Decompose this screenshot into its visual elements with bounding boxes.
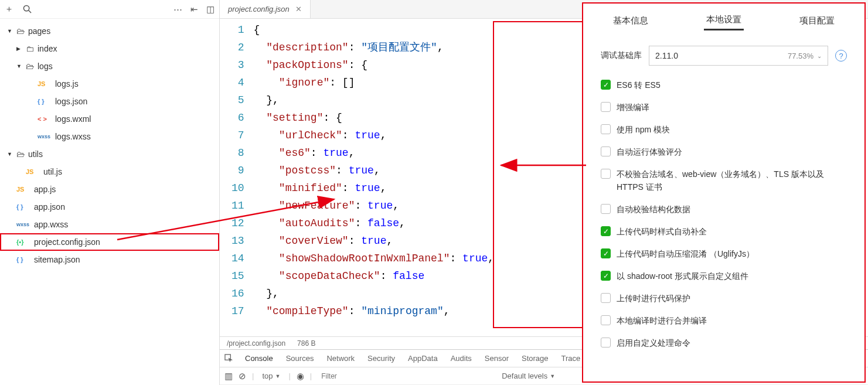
split-icon[interactable]: ◫ <box>206 4 215 15</box>
status-filepath: /project.config.json <box>227 339 285 347</box>
folder-item[interactable]: ▶🗀index <box>0 40 219 57</box>
toggle-sidebar-icon[interactable]: ▥ <box>224 371 233 381</box>
checkbox[interactable]: ✓ <box>601 80 611 90</box>
checkbox[interactable] <box>601 102 611 112</box>
file-item[interactable]: {•}project.config.json <box>0 233 219 251</box>
file-type-icon: { } <box>16 256 30 263</box>
setting-check-row: 启用自定义处理命令 <box>601 336 847 349</box>
file-item[interactable]: JSutil.js <box>0 163 219 180</box>
file-tree[interactable]: ▼🗁pages▶🗀index▼🗁logsJSlogs.js{ }logs.jso… <box>0 19 219 385</box>
file-item[interactable]: { }sitemap.json <box>0 251 219 268</box>
checkbox[interactable]: ✓ <box>601 271 611 281</box>
settings-tabs: 基本信息本地设置项目配置 <box>584 4 863 38</box>
context-dropdown[interactable]: top ▼ <box>260 370 282 381</box>
file-type-icon: wxss <box>38 134 52 139</box>
check-label: 不校验合法域名、web-view（业务域名）、TLS 版本以及 HTTPS 证书 <box>617 168 847 193</box>
checkbox[interactable] <box>601 169 611 179</box>
file-item[interactable]: { }logs.json <box>0 93 219 110</box>
editor-tab[interactable]: project.config.json ✕ <box>220 0 311 18</box>
tree-label: index <box>38 44 57 53</box>
check-label: 启用自定义处理命令 <box>617 336 690 349</box>
search-icon[interactable] <box>23 5 32 13</box>
check-label: 自动校验结构化数据 <box>617 203 690 216</box>
file-item[interactable]: JSlogs.js <box>0 75 219 93</box>
line-gutter: 1234567891011121314151617 <box>220 19 254 336</box>
status-filesize: 786 B <box>297 339 315 347</box>
eye-icon[interactable]: ◉ <box>297 371 304 381</box>
check-label: 增强编译 <box>617 101 649 114</box>
check-label: 上传代码时自动压缩混淆 （UglifyJs） <box>617 247 754 260</box>
devtools-tab-audits[interactable]: Audits <box>451 354 472 363</box>
setting-check-row: 本地编译时进行合并编译 <box>601 314 847 327</box>
devtools-tab-network[interactable]: Network <box>326 354 355 363</box>
chevron-icon: ▼ <box>7 151 13 157</box>
tree-label: app.json <box>34 202 65 212</box>
checkbox[interactable] <box>601 293 611 303</box>
check-label: 自动运行体验评分 <box>617 145 682 158</box>
add-file-icon[interactable]: ＋ <box>5 4 13 15</box>
tree-label: logs.js <box>55 79 79 88</box>
setting-check-row: 自动运行体验评分 <box>601 145 847 158</box>
close-icon[interactable]: ✕ <box>295 5 302 13</box>
folder-icon: 🗁 <box>16 149 25 159</box>
checkbox[interactable]: ✓ <box>601 248 611 258</box>
file-type-icon: JS <box>26 168 40 175</box>
collapse-icon[interactable]: ⇤ <box>190 4 198 15</box>
devtools-tab-trace[interactable]: Trace <box>561 354 581 363</box>
file-explorer: ＋ ⋯ ⇤ ◫ ▼🗁pages▶🗀index▼🗁logsJSlogs.js{ }… <box>0 0 220 385</box>
svg-line-1 <box>29 11 31 13</box>
file-item[interactable]: { }app.json <box>0 198 219 216</box>
devtools-tab-console[interactable]: Console <box>245 354 273 363</box>
folder-icon: 🗁 <box>16 26 25 36</box>
context-value: top <box>262 372 273 380</box>
folder-item[interactable]: ▼🗁logs <box>0 57 219 75</box>
filter-input[interactable] <box>318 370 493 382</box>
settings-tab[interactable]: 项目配置 <box>797 12 837 30</box>
levels-value: Default levels <box>502 372 547 380</box>
file-type-icon: JS <box>38 80 52 87</box>
chevron-icon: ▼ <box>7 28 13 34</box>
checkbox[interactable] <box>601 146 611 156</box>
devtools-tab-storage[interactable]: Storage <box>522 354 549 363</box>
checkbox[interactable] <box>601 124 611 134</box>
tree-label: project.config.json <box>34 237 100 247</box>
file-item[interactable]: wxssapp.wxss <box>0 216 219 233</box>
file-type-icon: {•} <box>16 239 30 246</box>
file-type-icon: JS <box>16 186 30 193</box>
check-label: 使用 npm 模块 <box>617 123 670 136</box>
settings-tab[interactable]: 基本信息 <box>611 12 651 30</box>
library-select[interactable]: 2.11.0 77.53% ⌄ <box>649 46 828 66</box>
folder-item[interactable]: ▼🗁utils <box>0 145 219 163</box>
devtools-tab-sensor[interactable]: Sensor <box>485 354 509 363</box>
devtools-tab-appdata[interactable]: AppData <box>408 354 438 363</box>
folder-icon: 🗁 <box>26 62 34 71</box>
inspect-icon[interactable] <box>224 354 233 363</box>
clear-console-icon[interactable]: ⊘ <box>239 371 246 381</box>
check-label: ES6 转 ES5 <box>617 79 661 91</box>
settings-panel: 基本信息本地设置项目配置 调试基础库 2.11.0 77.53% ⌄ ? ✓ES… <box>582 2 866 383</box>
code-content[interactable]: { "description": "项目配置文件", "packOptions"… <box>254 19 495 336</box>
help-icon[interactable]: ? <box>835 50 847 62</box>
levels-dropdown[interactable]: Default levels ▼ <box>499 370 557 381</box>
chevron-down-icon: ▼ <box>275 373 280 379</box>
file-item[interactable]: < >logs.wxml <box>0 110 219 128</box>
settings-tab[interactable]: 本地设置 <box>704 11 744 30</box>
setting-check-row: 不校验合法域名、web-view（业务域名）、TLS 版本以及 HTTPS 证书 <box>601 168 847 193</box>
tree-label: pages <box>28 26 50 36</box>
setting-check-row: ✓上传代码时样式自动补全 <box>601 225 847 238</box>
file-item[interactable]: wxsslogs.wxss <box>0 128 219 145</box>
setting-check-row: 增强编译 <box>601 101 847 114</box>
check-label: 上传时进行代码保护 <box>617 292 690 305</box>
checkbox[interactable] <box>601 204 611 214</box>
chevron-down-icon: ⌄ <box>817 53 822 59</box>
devtools-tab-sources[interactable]: Sources <box>286 354 314 363</box>
checkbox[interactable] <box>601 315 611 325</box>
checkbox[interactable] <box>601 338 611 347</box>
file-type-icon: { } <box>38 98 52 105</box>
devtools-tab-security[interactable]: Security <box>367 354 395 363</box>
checkbox[interactable]: ✓ <box>601 226 611 236</box>
file-type-icon: < > <box>38 115 52 122</box>
more-icon[interactable]: ⋯ <box>173 4 182 15</box>
folder-item[interactable]: ▼🗁pages <box>0 22 219 40</box>
file-item[interactable]: JSapp.js <box>0 180 219 198</box>
